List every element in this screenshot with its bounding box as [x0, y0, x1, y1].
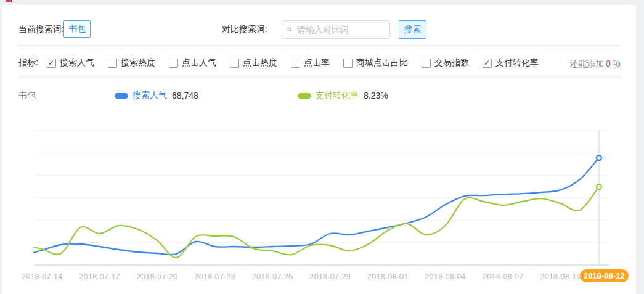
legend-swatch-blue — [115, 93, 128, 99]
legend-search-popularity[interactable]: 搜索人气 68,748 — [115, 90, 198, 101]
metrics-label: 指标: — [18, 57, 38, 68]
metric-checkbox-mall-click-share[interactable]: ✓商城点击占比 — [343, 57, 408, 68]
compare-term-inputbox[interactable] — [282, 20, 390, 39]
metric-checkbox-search-popularity[interactable]: ✓搜索人气 — [47, 57, 94, 68]
metric-checkbox-click-rate[interactable]: ✓点击率 — [291, 57, 330, 68]
metric-checkbox-payment-conversion[interactable]: ✓支付转化率 — [483, 57, 539, 68]
search-button[interactable]: 搜索 — [399, 20, 426, 39]
checkbox-icon[interactable]: ✓ — [483, 59, 492, 68]
search-term-row: 当前搜索词: 书包 对比搜索词: 搜索 — [18, 20, 629, 39]
remaining-count-text: 还能添加0项 — [569, 59, 621, 70]
legend-payment-conversion[interactable]: 支付转化率 8.23% — [298, 90, 388, 101]
current-term-button[interactable]: 书包 — [63, 20, 91, 38]
legend-value: 8.23% — [364, 91, 388, 100]
legend-swatch-green — [298, 93, 311, 99]
checkbox-icon[interactable]: ✓ — [291, 59, 300, 68]
metric-checkbox-click-heat[interactable]: ✓点击热度 — [230, 57, 277, 68]
metrics-row: 指标: ✓搜索人气 ✓搜索热度 ✓点击人气 ✓点击热度 ✓点击率 ✓商城点击占比… — [18, 57, 552, 69]
metric-checkbox-transaction-index[interactable]: ✓交易指数 — [422, 57, 469, 68]
compare-term-label: 对比搜索词: — [222, 24, 267, 35]
remaining-count-number: 0 — [606, 59, 611, 68]
metric-checkbox-click-popularity[interactable]: ✓点击人气 — [169, 57, 216, 68]
analytics-panel: 当前搜索词: 书包 对比搜索词: 搜索 指标: ✓搜索人气 ✓搜索热度 ✓点击人… — [0, 0, 644, 294]
compare-term-input[interactable] — [296, 24, 385, 35]
checkbox-icon[interactable]: ✓ — [422, 59, 431, 68]
content-card — [2, 5, 636, 294]
checkbox-icon[interactable]: ✓ — [47, 59, 56, 68]
legend-value: 68,748 — [172, 91, 198, 100]
checkbox-icon[interactable]: ✓ — [230, 59, 239, 68]
divider — [18, 77, 621, 78]
chart-keyword-label: 书包 — [18, 90, 36, 101]
metric-checkbox-search-heat[interactable]: ✓搜索热度 — [108, 57, 155, 68]
divider — [18, 45, 621, 46]
top-edge-red-fragment — [6, 0, 12, 2]
checkbox-icon[interactable]: ✓ — [169, 59, 178, 68]
checkbox-icon[interactable]: ✓ — [108, 59, 117, 68]
selected-date-badge: 2018-08-12 — [580, 269, 629, 282]
checkbox-icon[interactable]: ✓ — [343, 59, 353, 68]
magnifier-icon — [287, 25, 292, 35]
current-term-label: 当前搜索词: — [18, 24, 64, 35]
